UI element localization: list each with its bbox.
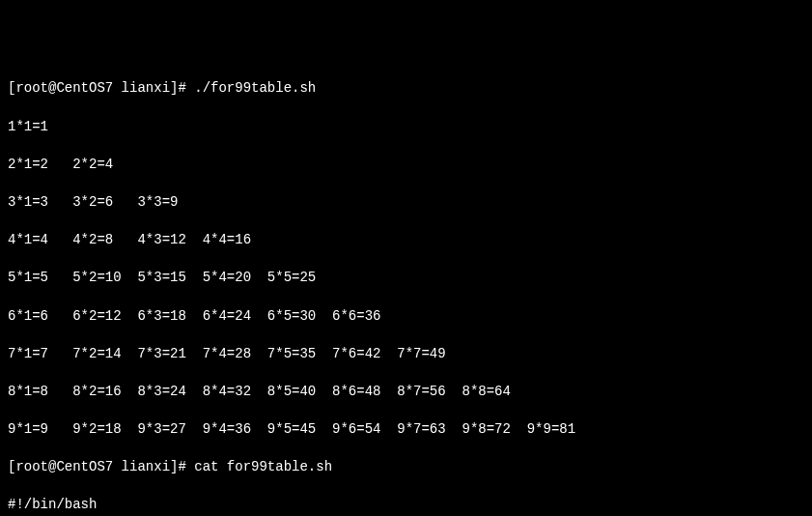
output-row-7: 7*1=7 7*2=14 7*3=21 7*4=28 7*5=35 7*6=42… (8, 345, 804, 364)
output-row-1: 1*1=1 (8, 118, 804, 137)
output-row-4: 4*1=4 4*2=8 4*3=12 4*4=16 (8, 231, 804, 250)
command-text: cat for99table.sh (194, 459, 332, 474)
script-line-1: #!/bin/bash (8, 496, 804, 515)
output-row-2: 2*1=2 2*2=4 (8, 156, 804, 175)
output-row-8: 8*1=8 8*2=16 8*3=24 8*4=32 8*5=40 8*6=48… (8, 383, 804, 402)
output-row-6: 6*1=6 6*2=12 6*3=18 6*4=24 6*5=30 6*6=36 (8, 307, 804, 327)
output-row-5: 5*1=5 5*2=10 5*3=15 5*4=20 5*5=25 (8, 269, 804, 288)
output-row-9: 9*1=9 9*2=18 9*3=27 9*4=36 9*5=45 9*6=54… (8, 420, 804, 440)
terminal-line-prompt2: [root@CentOS7 lianxi]# cat for99table.sh (8, 458, 804, 477)
shell-prompt: [root@CentOS7 lianxi]# (8, 80, 194, 96)
terminal-line-prompt1: [root@CentOS7 lianxi]# ./for99table.sh (8, 79, 804, 99)
output-row-3: 3*1=3 3*2=6 3*3=9 (8, 193, 804, 213)
shell-prompt: [root@CentOS7 lianxi]# (8, 459, 194, 474)
command-text: ./for99table.sh (194, 80, 316, 96)
